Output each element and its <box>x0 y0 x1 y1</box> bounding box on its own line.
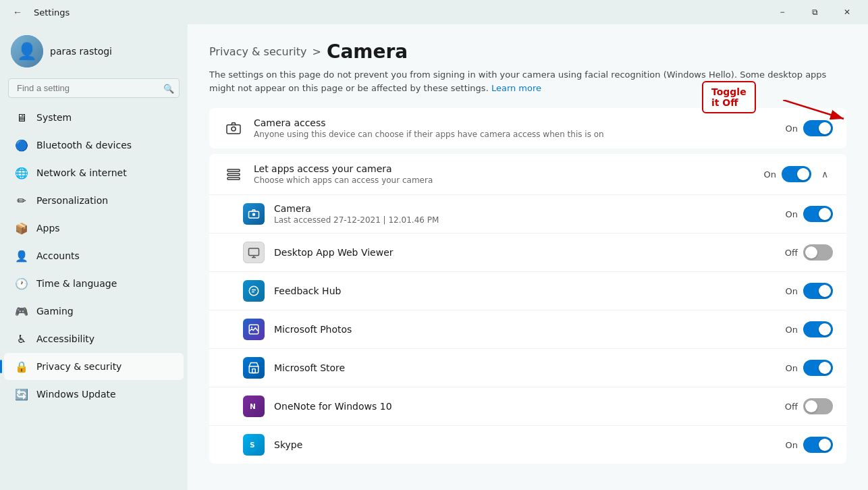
svg-rect-5 <box>227 173 240 175</box>
svg-point-12 <box>249 286 259 296</box>
sidebar-item-network[interactable]: 🌐 Network & internet <box>4 159 184 186</box>
camera-app-title: Camera <box>274 203 776 214</box>
svg-rect-4 <box>227 169 240 171</box>
ms-store-toggle-label: On <box>786 363 798 373</box>
breadcrumb-separator: > <box>312 45 321 58</box>
camera-app-toggle-label: On <box>786 209 798 219</box>
accounts-icon: 👤 <box>15 249 28 263</box>
sidebar-item-bluetooth[interactable]: 🔵 Bluetooth & devices <box>4 132 184 159</box>
feedback-hub-icon <box>243 280 265 302</box>
sidebar-item-label: Personalization <box>36 195 108 206</box>
camera-app-desc: Last accessed 27-12-2021 | 12.01.46 PM <box>274 215 776 225</box>
titlebar-controls: − ⧉ ✕ <box>767 0 863 24</box>
camera-access-control: On <box>786 120 833 136</box>
sidebar-item-label: Network & internet <box>36 167 127 178</box>
ms-photos-icon <box>243 319 265 340</box>
skype-toggle-label: On <box>786 440 798 450</box>
ms-store-control: On <box>786 360 833 376</box>
sidebar-item-update[interactable]: 🔄 Windows Update <box>4 381 184 408</box>
skype-control: On <box>786 437 833 453</box>
ms-store-row: Microsoft Store On <box>209 349 846 387</box>
feedback-hub-control: On <box>786 283 833 299</box>
camera-app-toggle[interactable] <box>803 206 833 222</box>
ms-photos-title: Microsoft Photos <box>274 324 776 335</box>
onenote-toggle[interactable] <box>803 398 833 414</box>
user-section: paras rastogi <box>0 24 188 76</box>
camera-access-info: Camera access Anyone using this device c… <box>254 117 776 139</box>
sidebar-item-privacy[interactable]: 🔒 Privacy & security <box>4 353 184 380</box>
expand-apps-button[interactable]: ∧ <box>817 166 833 182</box>
close-button[interactable]: ✕ <box>832 0 863 24</box>
camera-app-info: Camera Last accessed 27-12-2021 | 12.01.… <box>274 203 776 225</box>
ms-photos-toggle[interactable] <box>803 321 833 337</box>
desktop-web-toggle[interactable] <box>803 244 833 261</box>
feedback-hub-toggle[interactable] <box>803 283 833 299</box>
annotation-wrapper: Toggle it Off <box>209 108 846 464</box>
breadcrumb-parent[interactable]: Privacy & security <box>209 45 306 58</box>
user-name: paras rastogi <box>50 46 112 57</box>
sidebar-item-accessibility[interactable]: ♿ Accessibility <box>4 325 184 352</box>
desktop-web-icon <box>243 242 265 263</box>
camera-access-toggle-label: On <box>786 124 798 134</box>
camera-app-control: On <box>786 206 833 222</box>
sidebar-item-accounts[interactable]: 👤 Accounts <box>4 242 184 269</box>
system-icon: 🖥 <box>15 111 28 124</box>
desktop-web-title: Desktop App Web Viewer <box>274 247 776 258</box>
content-wrapper: Privacy & security > Camera The settings… <box>209 40 846 464</box>
sidebar-item-label: Accounts <box>36 250 80 261</box>
back-button[interactable]: ← <box>8 3 27 22</box>
sidebar-item-time[interactable]: 🕐 Time & language <box>4 270 184 297</box>
feedback-hub-row: Feedback Hub On <box>209 272 846 310</box>
camera-access-toggle[interactable] <box>803 120 833 136</box>
svg-text:S: S <box>250 441 255 449</box>
svg-rect-9 <box>249 248 259 256</box>
sidebar-item-label: Apps <box>36 223 60 234</box>
camera-app-row: Camera Last accessed 27-12-2021 | 12.01.… <box>209 195 846 234</box>
list-icon <box>223 163 244 185</box>
sidebar-item-personalization[interactable]: ✏ Personalization <box>4 187 184 214</box>
camera-access-row: Camera access Anyone using this device c… <box>209 108 846 148</box>
bluetooth-icon: 🔵 <box>15 138 28 152</box>
gaming-icon: 🎮 <box>15 304 28 318</box>
sidebar-item-label: Gaming <box>36 306 74 317</box>
skype-info: Skype <box>274 439 776 450</box>
svg-point-3 <box>232 127 236 131</box>
search-icon[interactable]: 🔍 <box>163 83 174 93</box>
let-apps-title: Let apps access your camera <box>254 163 755 174</box>
let-apps-toggle[interactable] <box>782 166 811 182</box>
let-apps-desc: Choose which apps can access your camera <box>254 175 755 185</box>
learn-more-link[interactable]: Learn more <box>491 83 541 93</box>
ms-store-toggle[interactable] <box>803 360 833 376</box>
breadcrumb: Privacy & security > Camera <box>209 40 846 63</box>
ms-photos-toggle-label: On <box>786 325 798 335</box>
main-container: paras rastogi 🔍 🖥 System 🔵 Bluetooth & d… <box>0 24 868 490</box>
onenote-toggle-label: Off <box>785 402 798 412</box>
camera-access-card: Camera access Anyone using this device c… <box>209 108 846 148</box>
sidebar-item-label: Windows Update <box>36 389 116 400</box>
skype-icon: S <box>243 434 265 456</box>
camera-access-desc: Anyone using this device can choose if t… <box>254 130 776 139</box>
ms-store-title: Microsoft Store <box>274 362 776 373</box>
onenote-title: OneNote for Windows 10 <box>274 401 776 412</box>
onenote-info: OneNote for Windows 10 <box>274 401 776 412</box>
onenote-control: Off <box>785 398 833 414</box>
ms-store-info: Microsoft Store <box>274 362 776 373</box>
privacy-icon: 🔒 <box>15 360 28 373</box>
svg-rect-6 <box>227 178 240 180</box>
camera-app-icon <box>243 203 265 225</box>
apps-icon: 📦 <box>15 221 28 235</box>
skype-toggle[interactable] <box>803 437 833 453</box>
update-icon: 🔄 <box>15 387 28 401</box>
restore-button[interactable]: ⧉ <box>799 0 830 24</box>
sidebar-item-apps[interactable]: 📦 Apps <box>4 215 184 242</box>
sidebar-item-label: Accessibility <box>36 333 94 344</box>
search-input[interactable] <box>8 78 180 98</box>
minimize-button[interactable]: − <box>767 0 798 24</box>
svg-text:N: N <box>250 402 256 410</box>
onenote-row: N OneNote for Windows 10 Off <box>209 387 846 426</box>
network-icon: 🌐 <box>15 166 28 180</box>
sidebar-item-gaming[interactable]: 🎮 Gaming <box>4 298 184 325</box>
onenote-icon: N <box>243 396 265 417</box>
sidebar-item-system[interactable]: 🖥 System <box>4 104 184 131</box>
sidebar-item-label: Time & language <box>36 278 117 289</box>
